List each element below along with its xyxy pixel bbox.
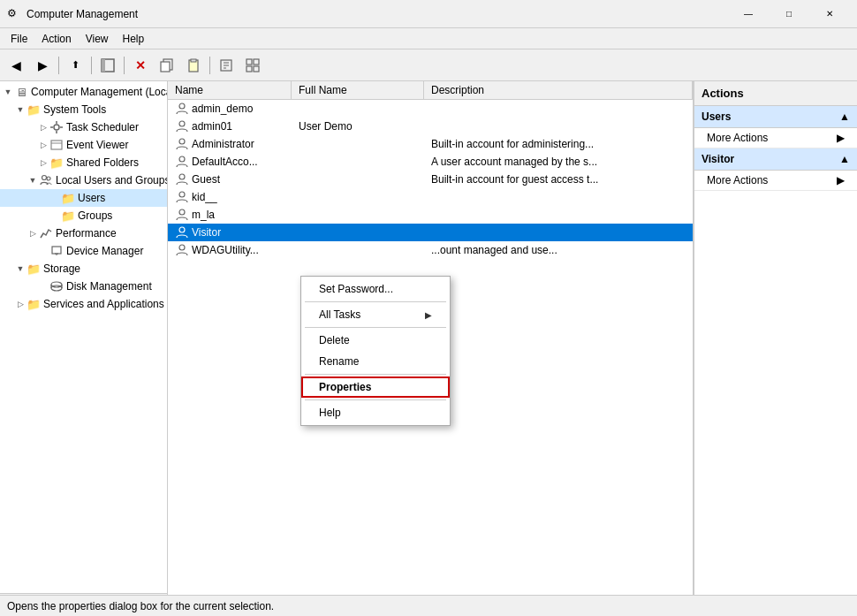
- ctx-rename[interactable]: Rename: [301, 351, 450, 372]
- tree-item-shared-folders[interactable]: ▷ 📁 Shared Folders: [0, 154, 167, 171]
- col-header-name[interactable]: Name: [168, 81, 292, 99]
- tree-item-device-manager[interactable]: ▷ Device Manager: [0, 242, 167, 260]
- list-row-kid[interactable]: kid__: [168, 188, 693, 206]
- ctx-label-set-password: Set Password...: [319, 283, 393, 295]
- actions-section-users[interactable]: Users ▲: [694, 106, 857, 128]
- user-icon: [175, 102, 189, 116]
- tree-item-local-users[interactable]: ▼ Local Users and Groups: [0, 171, 167, 189]
- user-icon: [175, 208, 189, 222]
- ctx-all-tasks[interactable]: All Tasks ▶: [301, 304, 450, 325]
- toolbar-btn-paste[interactable]: [181, 53, 206, 78]
- toolbar-btn-props[interactable]: [214, 53, 239, 78]
- tree-item-disk-management[interactable]: ▷ Disk Management: [0, 278, 167, 295]
- tree-item-system-tools[interactable]: ▼ 📁 System Tools: [0, 101, 167, 118]
- actions-more-actions-users[interactable]: More Actions ▶: [694, 128, 857, 148]
- content-panel: Name Full Name Description admin_demo: [168, 81, 694, 595]
- tree-label-task-scheduler: Task Scheduler: [66, 121, 139, 133]
- tree-item-users[interactable]: ▷ 📁 Users: [0, 189, 167, 207]
- tree-item-task-scheduler[interactable]: ▷ Task Scheduler: [0, 118, 167, 136]
- cell-fullname: [292, 143, 424, 145]
- actions-section-visitor[interactable]: Visitor ▲: [694, 148, 857, 171]
- folder-icon: 📁: [27, 297, 41, 311]
- user-icon: [175, 172, 189, 186]
- menu-action[interactable]: Action: [34, 31, 78, 47]
- list-row-mla[interactable]: m_la: [168, 206, 693, 224]
- actions-more-actions-users-label: More Actions: [707, 132, 768, 144]
- cell-name: admin_demo: [168, 101, 292, 117]
- ctx-sep3: [305, 374, 446, 375]
- cell-fullname: [292, 161, 424, 163]
- maximize-button[interactable]: □: [769, 0, 809, 28]
- tree-label-system-tools: System Tools: [43, 103, 106, 116]
- svg-point-29: [51, 282, 62, 287]
- more-actions-arrow-visitor: ▶: [837, 174, 845, 186]
- expand-icon: ▷: [27, 227, 39, 240]
- ctx-label-help: Help: [319, 407, 341, 419]
- content-list: admin_demo admin01 User Demo: [168, 100, 693, 259]
- menu-view[interactable]: View: [79, 31, 116, 47]
- list-row-admin01[interactable]: admin01 User Demo: [168, 118, 693, 135]
- actions-more-actions-visitor-label: More Actions: [707, 174, 768, 186]
- toolbar-sep1: [58, 57, 59, 74]
- ctx-set-password[interactable]: Set Password...: [301, 278, 450, 300]
- user-icon: [175, 243, 189, 257]
- status-bar: Opens the properties dialog box for the …: [0, 595, 857, 616]
- menu-file[interactable]: File: [4, 31, 34, 47]
- forward-button[interactable]: ▶: [30, 53, 55, 78]
- actions-panel: Actions Users ▲ More Actions ▶ Visitor ▲…: [694, 81, 857, 595]
- toolbar: ◀ ▶ ⬆ ✕: [0, 49, 857, 81]
- collapse-icon: ▲: [839, 153, 850, 165]
- folder-icon: 📁: [27, 262, 41, 276]
- up-button[interactable]: ⬆: [63, 53, 87, 78]
- toolbar-sep3: [124, 57, 125, 74]
- folder-icon: 📁: [27, 103, 41, 117]
- tree-panel: ▼ 🖥 Computer Management (Local ▼ 📁 Syste…: [0, 81, 168, 595]
- cell-fullname: [292, 196, 424, 198]
- tree-item-services[interactable]: ▷ 📁 Services and Applications: [0, 295, 167, 313]
- list-row-defaultaccount[interactable]: DefaultAcco... A user account managed by…: [168, 153, 693, 171]
- svg-rect-11: [254, 59, 259, 65]
- tree-scroll[interactable]: ▼ 🖥 Computer Management (Local ▼ 📁 Syste…: [0, 83, 167, 593]
- toolbar-btn-view[interactable]: [240, 53, 265, 78]
- ctx-properties[interactable]: Properties: [301, 376, 450, 398]
- list-row-admin-demo[interactable]: admin_demo: [168, 100, 693, 118]
- tree-item-groups[interactable]: ▷ 📁 Groups: [0, 207, 167, 224]
- user-icon: [175, 225, 189, 240]
- window-title: Computer Management: [27, 8, 728, 20]
- toolbar-btn-x[interactable]: ✕: [128, 53, 153, 78]
- tree-item-storage[interactable]: ▼ 📁 Storage: [0, 260, 167, 278]
- ctx-delete[interactable]: Delete: [301, 330, 450, 351]
- col-header-description[interactable]: Description: [424, 81, 693, 99]
- list-row-guest[interactable]: Guest Built-in account for guest access …: [168, 171, 693, 188]
- cell-name: Administrator: [168, 136, 292, 152]
- ctx-label-delete: Delete: [319, 334, 350, 346]
- tree-item-event-viewer[interactable]: ▷ Event Viewer: [0, 136, 167, 154]
- cell-desc: [424, 214, 693, 216]
- tree-item-root[interactable]: ▼ 🖥 Computer Management (Local: [0, 83, 167, 101]
- list-row-administrator[interactable]: Administrator Built-in account for admin…: [168, 135, 693, 153]
- cell-fullname: [292, 214, 424, 216]
- more-actions-arrow-users: ▶: [837, 132, 845, 144]
- expand-icon: ▷: [14, 298, 27, 310]
- col-header-fullname[interactable]: Full Name: [292, 81, 424, 99]
- back-button[interactable]: ◀: [4, 53, 28, 78]
- close-button[interactable]: ✕: [809, 0, 850, 28]
- gear-icon: [49, 120, 64, 134]
- cell-name: admin01: [168, 118, 292, 134]
- list-row-wdagutility[interactable]: WDAGUtility... ...ount managed and use..…: [168, 241, 693, 259]
- toolbar-btn-copy[interactable]: [155, 53, 179, 78]
- svg-point-36: [179, 209, 185, 215]
- list-row-visitor[interactable]: Visitor: [168, 224, 693, 241]
- menu-help[interactable]: Help: [116, 31, 152, 47]
- actions-more-actions-visitor[interactable]: More Actions ▶: [694, 171, 857, 191]
- svg-rect-23: [52, 247, 61, 254]
- tree-item-performance[interactable]: ▷ Performance: [0, 224, 167, 242]
- show-hide-button[interactable]: [95, 53, 120, 78]
- svg-rect-13: [254, 66, 259, 72]
- minimize-button[interactable]: —: [728, 0, 769, 28]
- svg-point-14: [54, 125, 59, 130]
- ctx-help[interactable]: Help: [301, 402, 450, 423]
- submenu-arrow: ▶: [425, 310, 432, 320]
- tree-label-services: Services and Applications: [43, 298, 164, 310]
- tree-label-disk-management: Disk Management: [66, 280, 152, 293]
